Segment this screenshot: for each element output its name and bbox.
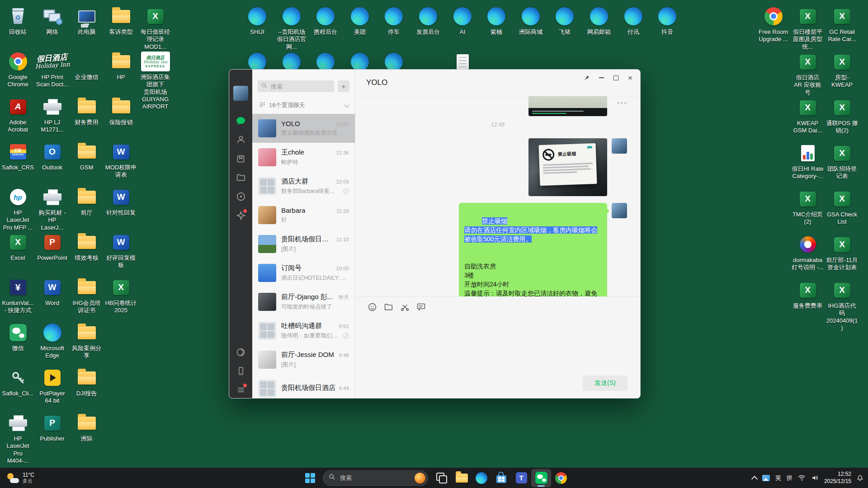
desktop-icon[interactable]: X团队招待登记表 (826, 142, 858, 180)
desktop-icon[interactable]: XHB问卷统计2025 (105, 277, 137, 314)
desktop-icon[interactable]: 保险报销 (105, 96, 137, 126)
chat-list-item[interactable]: 贵阳机场假日酒...11:10[图片] (252, 230, 355, 258)
desktop-icon[interactable]: X每日值班经理记录MOD1... (139, 5, 171, 51)
chat-list-item[interactable]: 贵阳机场假日酒店9:44 (252, 374, 355, 398)
desktop-icon[interactable]: ♻回收站 (2, 5, 34, 36)
screenshot-icon[interactable] (400, 302, 410, 312)
desktop-icon[interactable]: 客诉类型 (105, 5, 137, 36)
desktop-icon[interactable]: XIHG酒店代码20240409(1) (826, 279, 858, 332)
desktop-icon[interactable]: DJI报告 (71, 367, 103, 397)
weather-widget[interactable]: 11°C 多云 (6, 468, 34, 488)
desktop-icon[interactable]: 洲际商城 (515, 5, 546, 36)
desktop-icon[interactable]: Google Chrome (2, 51, 34, 89)
desktop-icon[interactable]: OOutlook (36, 141, 68, 171)
close-button[interactable]: × (627, 74, 634, 81)
desktop-icon[interactable]: 停车 (378, 5, 409, 36)
taskbar-clock[interactable]: 12:52 2025/12/15 (824, 471, 851, 485)
nav-mini-programs-icon[interactable] (229, 346, 252, 358)
desktop-icon[interactable]: XTMC介绍页(2) (792, 188, 824, 226)
desktop-icon[interactable]: 紫楠 (481, 5, 512, 36)
desktop-icon[interactable]: AAdobe Acrobat (2, 96, 34, 134)
desktop-icon[interactable]: HP (105, 51, 137, 81)
desktop-icon[interactable]: W针对性回复 (105, 186, 137, 216)
desktop-icon[interactable]: --贵阳机场假日酒店官网... (276, 5, 307, 51)
desktop-icon[interactable]: X假日楼层平面图及房型统... (792, 5, 824, 51)
send-file-icon[interactable] (383, 302, 393, 312)
chat-search-input[interactable] (270, 83, 330, 90)
taskbar-search-input[interactable] (339, 474, 411, 482)
desktop-icon[interactable]: 假日酒店Holiday InnHP Print Scan Doct... (36, 51, 68, 89)
minimize-button[interactable] (598, 74, 605, 81)
taskbar-file-explorer-icon[interactable] (452, 469, 472, 487)
desktop-icon[interactable]: hpHP LaserJet Pro MFP ... (2, 186, 34, 231)
desktop-icon[interactable]: 发票后台 (413, 5, 443, 36)
text-message-bubble[interactable]: 禁止吸烟 请勿在酒店任何室内区域吸烟，客房内吸烟将会被收取500元清洁费用。 自… (459, 203, 607, 296)
taskbar-wechat-icon[interactable] (531, 469, 551, 487)
nav-contacts-icon[interactable] (229, 134, 252, 145)
desktop-icon[interactable]: ¥KunlunVat... - 快捷方式 (2, 277, 34, 314)
nav-chats-icon[interactable] (229, 115, 252, 127)
desktop-icon[interactable]: PPublisher (36, 412, 68, 442)
chat-search[interactable] (258, 80, 334, 92)
desktop-icon[interactable]: XKWEAP GSM Dai... (792, 97, 824, 135)
desktop-icon[interactable]: PotPlayer 64 bit (36, 367, 68, 405)
chat-list-item[interactable]: 前厅-Jessie DOM9:48[图片] (252, 345, 355, 374)
desktop-icon[interactable]: 此电脑 (71, 5, 103, 36)
desktop-icon[interactable]: Saflok_Cli... (2, 367, 34, 397)
desktop-icon[interactable]: 抖音 (652, 5, 683, 36)
desktop-icon[interactable]: W好评回复模板 (105, 231, 137, 269)
chat-list-item[interactable]: 酒店大群12:09财务部Barbara张英... (252, 172, 355, 201)
desktop-icon[interactable]: AI (447, 5, 478, 36)
emoji-icon[interactable] (367, 302, 377, 312)
desktop-icon[interactable]: 网络 (36, 5, 68, 36)
wifi-icon[interactable] (798, 474, 806, 481)
nav-menu-icon[interactable] (229, 384, 252, 396)
nav-files-icon[interactable] (229, 172, 252, 183)
desktop-icon[interactable]: HP LJ M1271... (36, 96, 68, 134)
chat-list-item[interactable]: 前厅-Django 彭...昨天可能发的时候点错了 (252, 287, 355, 316)
desktop-icon[interactable]: 携程后台 (310, 5, 341, 36)
desktop-icon[interactable]: 风险案例分享 (71, 322, 103, 360)
desktop-icon[interactable]: 绩效考核 (71, 231, 103, 262)
desktop-icon[interactable]: XGC Retail Rate Car... (826, 5, 858, 43)
volume-icon[interactable] (811, 474, 819, 481)
desktop-icon[interactable]: CRSERVERSaflok_CRS (2, 141, 34, 171)
desktop-icon[interactable]: dormakaba 灯号说明 -... (792, 234, 824, 272)
desktop-icon[interactable]: 前厅 (71, 186, 103, 216)
desktop-icon[interactable]: 洲际 (71, 412, 103, 442)
chat-list-item[interactable]: Barbara11:20好 (252, 201, 355, 230)
send-button[interactable]: 发送(S) (583, 375, 627, 391)
desktop-icon[interactable]: 美团 (344, 5, 375, 36)
nav-favorites-icon[interactable] (229, 153, 252, 164)
taskbar-task-view-icon[interactable] (432, 469, 452, 487)
desktop-icon[interactable]: PPowerPoint (36, 231, 68, 262)
self-avatar[interactable] (612, 138, 627, 154)
desktop-icon[interactable]: 假日HI Rate Category-... (792, 142, 824, 180)
desktop-icon[interactable]: Microsoft Edge (36, 322, 68, 360)
chat-list-item[interactable]: 订阅号10:00酒店日记HOTELDAILY: ... (252, 258, 355, 287)
notification-bell-icon[interactable] (857, 474, 863, 482)
ime-language-en[interactable]: 英 (775, 474, 781, 482)
desktop-icon[interactable]: SHIJI (242, 5, 273, 36)
desktop-icon[interactable]: X前厅部-11月资金计划表 (826, 234, 858, 272)
desktop-icon[interactable]: 飞猪 (549, 5, 580, 36)
start-button[interactable] (301, 469, 319, 487)
image-message-nosmoking[interactable]: 禁止吸烟 (528, 138, 607, 196)
chat-list-item[interactable]: YOLO12:51禁止吸烟请勿在酒店任... (252, 114, 355, 143)
nav-phone-icon[interactable] (229, 365, 252, 377)
self-avatar[interactable] (612, 203, 627, 218)
search-highlight-icon[interactable] (415, 473, 425, 483)
taskbar-search[interactable] (323, 470, 428, 486)
desktop-icon[interactable]: WWord (36, 277, 68, 307)
desktop-icon[interactable]: X假日酒店 AR 应收账号 (792, 51, 824, 96)
desktop-icon[interactable]: X通联POS 撤销(2) (826, 97, 858, 135)
desktop-icon[interactable]: 企业微信 (71, 51, 103, 81)
chat-list-item[interactable]: 王chole12:36帕萨特 (252, 143, 355, 172)
chat-history-icon[interactable] (416, 302, 426, 312)
tray-photos-icon[interactable] (762, 475, 770, 481)
image-message-partial[interactable] (528, 96, 607, 116)
desktop-icon[interactable]: 假日酒店Holiday InnEXPRESS洲际酒店集团旗下 贵阳机场 GUIY… (139, 51, 171, 110)
desktop-icon[interactable]: X服务费费率 (792, 279, 824, 310)
pinned-chats-header[interactable]: 16个置顶聊天 (252, 98, 355, 114)
taskbar-teams-icon[interactable]: T (511, 469, 531, 487)
